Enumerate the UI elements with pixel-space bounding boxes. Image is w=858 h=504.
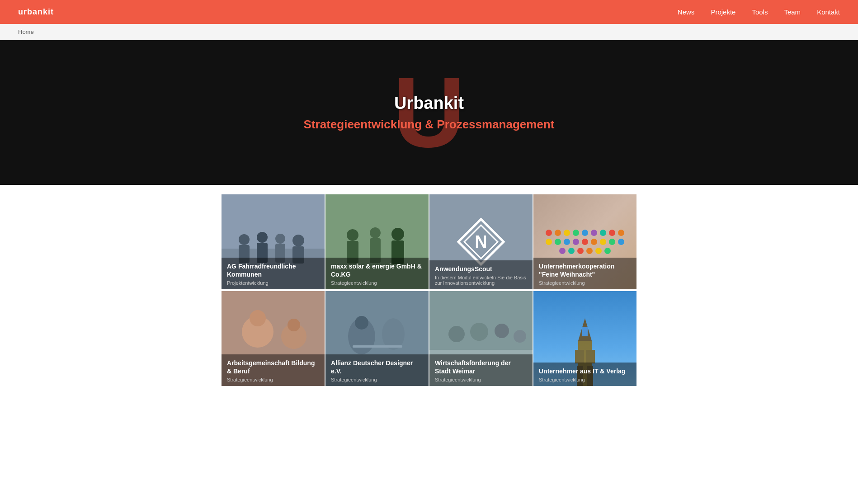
svg-rect-41 bbox=[586, 350, 595, 363]
site-logo[interactable]: urbankit bbox=[18, 7, 54, 17]
grid-item-itverlag[interactable]: Unternehmer aus IT & VerlagStrategieentw… bbox=[533, 291, 636, 386]
hero-title: Urbankit bbox=[394, 94, 464, 113]
svg-text:N: N bbox=[475, 232, 487, 251]
svg-point-34 bbox=[470, 323, 488, 341]
svg-point-23 bbox=[250, 310, 266, 326]
svg-point-35 bbox=[495, 324, 509, 338]
svg-point-33 bbox=[448, 326, 465, 342]
grid-row-2: Arbeitsgemeinschaft Bildung & BerufStrat… bbox=[221, 291, 637, 386]
item-title-bildung: Arbeitsgemeinschaft Bildung & Beruf bbox=[227, 359, 319, 375]
svg-rect-30 bbox=[353, 345, 402, 348]
grid-item-designer[interactable]: Allianz Deutscher Designer e.V.Strategie… bbox=[325, 291, 429, 386]
svg-point-36 bbox=[514, 330, 526, 343]
svg-point-6 bbox=[275, 234, 285, 244]
item-title-meeting2: maxx solar & energie GmbH & Co.KG bbox=[331, 262, 423, 278]
item-title-weimar: Wirtschaftsförderung der Stadt Weimar bbox=[435, 359, 527, 375]
header: urbankit NewsProjekteToolsTeamKontakt bbox=[0, 0, 858, 24]
item-tag-weihnacht: Strategieentwicklung bbox=[539, 280, 631, 286]
item-tag-bildung: Strategieentwicklung bbox=[227, 377, 319, 382]
breadcrumb: Home bbox=[0, 24, 858, 40]
grid-item-weimar[interactable]: Wirtschaftsförderung der Stadt WeimarStr… bbox=[429, 291, 533, 386]
grid-item-anwendungsscout[interactable]: N AnwendungsScoutIn diesem Modul entwick… bbox=[429, 194, 533, 289]
svg-point-4 bbox=[257, 232, 268, 243]
nav-item-kontakt[interactable]: Kontakt bbox=[817, 8, 840, 16]
svg-rect-40 bbox=[575, 350, 584, 363]
item-title-meeting1: AG Fahrradfreundliche Kommunen bbox=[227, 262, 319, 278]
svg-point-25 bbox=[288, 319, 300, 331]
item-tag-itverlag: Strategieentwicklung bbox=[539, 377, 631, 382]
svg-point-12 bbox=[347, 229, 358, 241]
nav-item-tools[interactable]: Tools bbox=[752, 8, 768, 16]
grid-item-weihnacht[interactable]: Unternehmerkooperation "Feine Weihnacht"… bbox=[533, 194, 636, 289]
grid-item-bildung[interactable]: Arbeitsgemeinschaft Bildung & BerufStrat… bbox=[222, 291, 325, 386]
item-title-anwendungsscout: AnwendungsScout bbox=[435, 265, 527, 273]
grid-row-1: AG Fahrradfreundliche KommunenProjektent… bbox=[221, 194, 637, 290]
hero-subtitle: Strategieentwicklung & Prozessmanagement bbox=[304, 118, 555, 132]
svg-point-29 bbox=[382, 318, 405, 350]
main-nav: NewsProjekteToolsTeamKontakt bbox=[678, 8, 840, 16]
item-tag-weimar: Strategieentwicklung bbox=[435, 377, 527, 382]
item-title-itverlag: Unternehmer aus IT & Verlag bbox=[539, 367, 631, 375]
grid-item-meeting2[interactable]: maxx solar & energie GmbH & Co.KGStrateg… bbox=[325, 194, 429, 289]
svg-rect-39 bbox=[582, 327, 588, 336]
nav-item-team[interactable]: Team bbox=[784, 8, 801, 16]
item-tag-meeting2: Strategieentwicklung bbox=[331, 280, 423, 286]
nav-item-news[interactable]: News bbox=[678, 8, 695, 16]
grid-item-meeting1[interactable]: AG Fahrradfreundliche KommunenProjektent… bbox=[222, 194, 325, 289]
svg-point-14 bbox=[370, 227, 381, 238]
projects-grid: AG Fahrradfreundliche KommunenProjektent… bbox=[0, 185, 858, 396]
svg-point-2 bbox=[239, 234, 250, 245]
item-title-weihnacht: Unternehmerkooperation "Feine Weihnacht" bbox=[539, 262, 631, 278]
breadcrumb-home[interactable]: Home bbox=[18, 28, 34, 35]
svg-point-8 bbox=[292, 235, 304, 246]
hero-section: U Urbankit Strategieentwicklung & Prozes… bbox=[0, 40, 858, 185]
nav-item-projekte[interactable]: Projekte bbox=[711, 8, 735, 16]
item-tag-anwendungsscout: In diesem Modul entwickeln Sie die Basis… bbox=[435, 275, 527, 286]
item-title-designer: Allianz Deutscher Designer e.V. bbox=[331, 359, 423, 375]
svg-point-28 bbox=[355, 316, 368, 330]
svg-point-16 bbox=[391, 228, 404, 240]
item-tag-designer: Strategieentwicklung bbox=[331, 377, 423, 382]
item-tag-meeting1: Projektentwicklung bbox=[227, 280, 319, 286]
